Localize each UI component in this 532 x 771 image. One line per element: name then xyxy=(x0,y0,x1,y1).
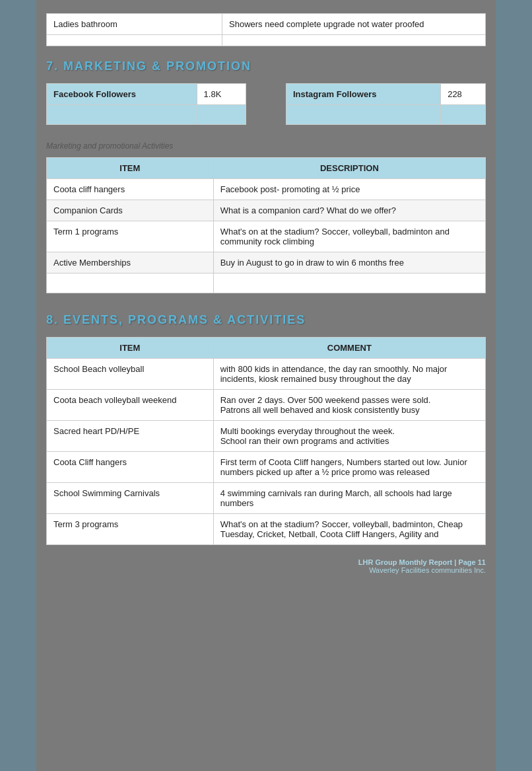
facility-label-0: Ladies bathroom xyxy=(47,14,222,35)
events-row: School Swimming Carnivals4 swimming carn… xyxy=(47,483,486,514)
facebook-followers-box: Facebook Followers 1.8K xyxy=(46,83,246,131)
events-desc-1: Ran over 2 days. Over 500 weekend passes… xyxy=(213,390,485,421)
marketing-item-2: Term 1 programs xyxy=(47,221,214,252)
marketing-desc-4 xyxy=(213,274,485,293)
events-heading: 8. EVENTS, PROGRAMS & ACTIVITIES xyxy=(46,313,486,327)
marketing-col-item: ITEM xyxy=(47,158,214,179)
facility-label-1 xyxy=(47,35,222,46)
marketing-row xyxy=(47,274,486,293)
facebook-empty-label xyxy=(47,105,197,125)
marketing-heading: 7. MARKETING & PROMOTION xyxy=(46,59,486,73)
events-item-3: Coota Cliff hangers xyxy=(47,452,214,483)
instagram-table: Instagram Followers 228 xyxy=(286,83,486,125)
marketing-row: Companion CardsWhat is a companion card?… xyxy=(47,200,486,221)
marketing-desc-2: What's on at the stadium? Soccer, volley… xyxy=(213,221,485,252)
events-desc-4: 4 swimming carnivals ran during March, a… xyxy=(213,483,485,514)
events-row: Coota beach volleyball weekendRan over 2… xyxy=(47,390,486,421)
events-col-comment: COMMENT xyxy=(213,338,485,359)
events-row: Coota Cliff hangersFirst term of Coota C… xyxy=(47,452,486,483)
followers-container: Facebook Followers 1.8K Instagram Follow… xyxy=(46,83,486,131)
marketing-row: Coota cliff hangersFacebook post- promot… xyxy=(47,179,486,200)
instagram-empty-value xyxy=(441,105,486,125)
footer-line1: LHR Group Monthly Report | Page 11 xyxy=(46,558,486,566)
facilities-table: Ladies bathroomShowers need complete upg… xyxy=(46,13,486,46)
marketing-desc-1: What is a companion card? What do we off… xyxy=(213,200,485,221)
events-desc-2: Multi bookings everyday throughout the w… xyxy=(213,421,485,452)
events-row: School Beach volleyballwith 800 kids in … xyxy=(47,359,486,390)
instagram-empty-label xyxy=(286,105,441,125)
marketing-desc-0: Facebook post- promoting at ½ price xyxy=(213,179,485,200)
events-row: Term 3 programsWhat's on at the stadium?… xyxy=(47,514,486,545)
facebook-empty-value xyxy=(197,105,246,125)
facebook-label: Facebook Followers xyxy=(47,84,197,105)
marketing-subtitle: Marketing and promotional Activities xyxy=(46,141,486,151)
instagram-followers-box: Instagram Followers 228 xyxy=(286,83,486,131)
events-item-2: Sacred heart PD/H/PE xyxy=(47,421,214,452)
marketing-row: Active MembershipsBuy in August to go in… xyxy=(47,252,486,274)
marketing-item-4 xyxy=(47,274,214,293)
events-item-5: Term 3 programs xyxy=(47,514,214,545)
marketing-row: Term 1 programsWhat's on at the stadium?… xyxy=(47,221,486,252)
marketing-table: ITEM DESCRIPTION Coota cliff hangersFace… xyxy=(46,157,486,293)
events-desc-3: First term of Coota Cliff hangers, Numbe… xyxy=(213,452,485,483)
events-col-item: ITEM xyxy=(47,338,214,359)
events-table: ITEM COMMENT School Beach volleyballwith… xyxy=(46,337,486,545)
marketing-item-3: Active Memberships xyxy=(47,252,214,274)
instagram-label: Instagram Followers xyxy=(286,84,441,105)
marketing-item-1: Companion Cards xyxy=(47,200,214,221)
events-item-0: School Beach volleyball xyxy=(47,359,214,390)
facility-value-1 xyxy=(222,35,486,46)
facebook-value: 1.8K xyxy=(197,84,246,105)
wave-decoration-left xyxy=(0,0,36,771)
marketing-col-desc: DESCRIPTION xyxy=(213,158,485,179)
events-row: Sacred heart PD/H/PEMulti bookings every… xyxy=(47,421,486,452)
footer-line2: Waverley Facilities communities Inc. xyxy=(46,566,486,574)
events-desc-0: with 800 kids in attendance, the day ran… xyxy=(213,359,485,390)
events-item-1: Coota beach volleyball weekend xyxy=(47,390,214,421)
events-item-4: School Swimming Carnivals xyxy=(47,483,214,514)
followers-spacer xyxy=(259,83,273,131)
marketing-item-0: Coota cliff hangers xyxy=(47,179,214,200)
events-desc-5: What's on at the stadium? Soccer, volley… xyxy=(213,514,485,545)
marketing-desc-3: Buy in August to go in draw to win 6 mon… xyxy=(213,252,485,274)
wave-decoration-right xyxy=(496,0,532,771)
facebook-table: Facebook Followers 1.8K xyxy=(46,83,246,125)
facility-value-0: Showers need complete upgrade not water … xyxy=(222,14,486,35)
main-content: Ladies bathroomShowers need complete upg… xyxy=(36,0,496,594)
instagram-value: 228 xyxy=(441,84,486,105)
